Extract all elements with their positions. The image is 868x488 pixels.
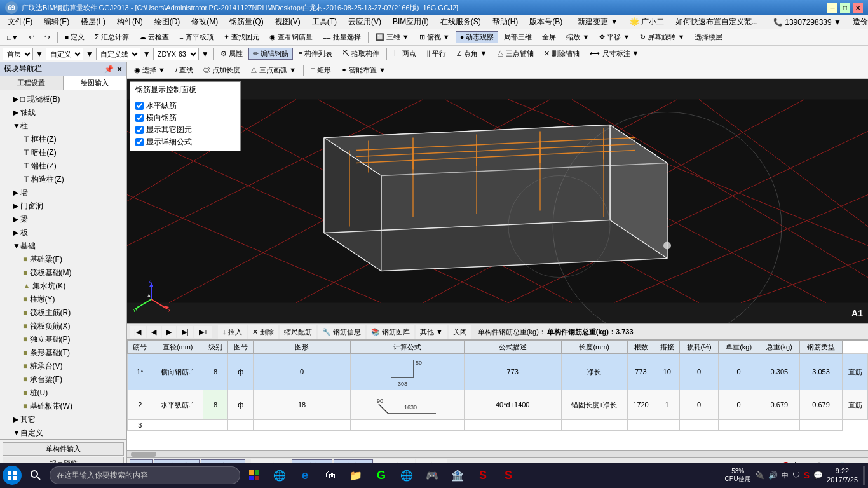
- taskbar-app-s2[interactable]: S: [497, 464, 520, 487]
- nav-prev-btn[interactable]: ◀: [147, 326, 161, 338]
- tree-node-column[interactable]: ▼柱: [3, 119, 124, 133]
- tree-node-wall[interactable]: ▶墙: [3, 186, 124, 200]
- menu-gxe[interactable]: 🌟 广小二: [625, 15, 669, 29]
- tree-node-fnd-strip[interactable]: ■ 基础板带(W): [3, 400, 124, 413]
- three-arc-btn[interactable]: △ 三点画弧 ▼: [246, 64, 301, 76]
- taskbar-search-box[interactable]: 在这里输入你要搜索的内容: [50, 466, 240, 484]
- taskbar-app-globe2[interactable]: 🌐: [395, 464, 418, 487]
- menu-help[interactable]: 帮助(H): [487, 15, 524, 29]
- batch-select-btn[interactable]: ≡≡ 批量选择: [318, 31, 365, 43]
- menu-member[interactable]: 构件(N): [112, 15, 148, 29]
- panel-pin-btn[interactable]: 📌: [104, 65, 114, 74]
- del-aux-btn[interactable]: ✕ 删除辅轴: [539, 48, 584, 60]
- tab-project-settings[interactable]: 工程设置: [0, 76, 64, 90]
- menu-rebar-qty[interactable]: 钢筋量(Q): [224, 15, 268, 29]
- menu-new-change[interactable]: 新建变更 ▼: [573, 15, 623, 29]
- tree-node-cap-beam[interactable]: ■ 承台梁(F): [3, 373, 124, 386]
- check-other-elements[interactable]: 显示其它图元: [135, 124, 235, 136]
- menu-draw[interactable]: 绘图(D): [149, 15, 186, 29]
- line-draw-btn[interactable]: / 直线: [171, 64, 198, 76]
- tray-chat[interactable]: 💬: [813, 471, 823, 480]
- tree-node-foundation[interactable]: ▼基础: [3, 240, 124, 253]
- zdyx-select[interactable]: ZDYX-63: [153, 48, 199, 60]
- menu-help-text[interactable]: 如何快速布置自定义范...: [670, 15, 763, 29]
- tree-node-strip[interactable]: ■ 条形基础(T): [3, 346, 124, 360]
- undo-btn[interactable]: ↩: [24, 32, 39, 43]
- view-rebar-btn[interactable]: ◉ 查看钢筋量: [265, 31, 317, 43]
- rebar-info-btn[interactable]: 🔧 钢筋信息: [318, 325, 365, 339]
- cloud-check-btn[interactable]: ☁ 云检查: [135, 31, 173, 43]
- menu-cloud[interactable]: 云应用(V): [343, 15, 386, 29]
- close-button[interactable]: ✕: [853, 3, 863, 13]
- tray-network[interactable]: 🔌: [755, 471, 764, 480]
- menu-phone[interactable]: 📞 13907298339 ▼: [768, 17, 846, 28]
- check-detail-formula[interactable]: 显示详细公式: [135, 136, 235, 148]
- rect-btn[interactable]: □ 矩形: [306, 64, 336, 76]
- pan-btn[interactable]: ✥ 平移 ▼: [595, 31, 634, 43]
- tree-node-isolated[interactable]: ■ 独立基础(P): [3, 333, 124, 346]
- tray-show-desktop[interactable]: [863, 466, 865, 485]
- single-member-input-btn[interactable]: 单构件输入: [3, 442, 124, 456]
- tree-node-sump[interactable]: ▲ 集水坑(K): [3, 280, 124, 293]
- tree-node-foundation-beam[interactable]: ■ 基础梁(F): [3, 253, 124, 266]
- tab-draw-input[interactable]: 绘图输入: [64, 76, 127, 90]
- floor-select[interactable]: 首层: [3, 48, 33, 60]
- check-horiz-rebar[interactable]: 水平纵筋: [135, 100, 235, 112]
- table-row[interactable]: 2 水平纵筋.1 8 ф 18 90 16: [128, 390, 868, 420]
- tree-node-raft[interactable]: ■ 筏板基础(M): [3, 266, 124, 280]
- tree-node-slab[interactable]: ▶□ 现浇板(B): [3, 93, 124, 106]
- screen-rotate-btn[interactable]: ↻ 屏幕旋转 ▼: [635, 31, 689, 43]
- tree-node-other[interactable]: ▶其它: [3, 413, 124, 426]
- partial-3d-btn[interactable]: 局部三维: [499, 31, 536, 43]
- top-view-btn[interactable]: ⊞ 俯视 ▼: [415, 31, 454, 43]
- menu-version[interactable]: 版本号(B): [524, 15, 567, 29]
- maximize-button[interactable]: □: [840, 3, 850, 13]
- menu-view[interactable]: 视图(V): [270, 15, 306, 29]
- redo-btn[interactable]: ↪: [40, 32, 55, 43]
- find-element-btn[interactable]: ✦ 查找图元: [219, 31, 264, 43]
- taskbar-app-green[interactable]: G: [370, 464, 393, 487]
- nav-first-btn[interactable]: |◀: [130, 326, 146, 338]
- member-list-btn[interactable]: ≡ 构件列表: [294, 48, 337, 60]
- tree-node-hidden-col[interactable]: ⊤ 暗柱(Z): [3, 146, 124, 159]
- tray-ime[interactable]: 中: [782, 471, 789, 480]
- tree-node-end-col[interactable]: ⊤ 端柱(Z): [3, 159, 124, 173]
- minimize-button[interactable]: ─: [827, 3, 837, 13]
- select-floor-btn[interactable]: 选择楼层: [690, 31, 727, 43]
- tree-node-board[interactable]: ▶板: [3, 226, 124, 240]
- tree-node-raft-neg[interactable]: ■ 筏板负筋(X): [3, 320, 124, 333]
- point-length-btn[interactable]: ◎ 点加长度: [199, 64, 245, 76]
- 3d-btn[interactable]: 🔲 三维 ▼: [371, 31, 414, 43]
- scale-config-btn[interactable]: 缩尺配筋: [280, 325, 316, 339]
- menu-bim[interactable]: BIM应用(I): [388, 15, 434, 29]
- properties-btn[interactable]: ⚙ 属性: [216, 48, 247, 60]
- pick-member-btn[interactable]: ⛏ 拾取构件: [338, 48, 384, 60]
- dim-label-btn[interactable]: ⟷ 尺寸标注 ▼: [585, 48, 643, 60]
- nav-next-btn[interactable]: ▶: [162, 326, 176, 338]
- nav-add-btn[interactable]: ▶+: [194, 326, 212, 338]
- menu-cost[interactable]: 造价豆:0: [848, 15, 868, 29]
- taskbar-search-icon[interactable]: [24, 464, 47, 487]
- viewport-3d[interactable]: 钢筋显示控制面板 水平纵筋 横向钢筋 显示其它图元 显示详细公式: [127, 79, 868, 323]
- menu-file[interactable]: 文件(F): [3, 15, 37, 29]
- table-scrollbar[interactable]: [127, 450, 868, 458]
- tree-node-pile[interactable]: ■ 桩(U): [3, 386, 124, 400]
- dynamic-obs-btn[interactable]: ● 动态观察: [456, 31, 499, 43]
- two-point-btn[interactable]: ⊢ 两点: [390, 48, 421, 60]
- tree-node-axis[interactable]: ▶轴线: [3, 106, 124, 119]
- taskbar-app-browser[interactable]: 🌐: [268, 464, 291, 487]
- tree-node-opening[interactable]: ▶门窗洞: [3, 200, 124, 213]
- taskbar-app-blue[interactable]: 🏦: [446, 464, 469, 487]
- menu-tools[interactable]: 工具(T): [307, 15, 342, 29]
- start-button[interactable]: [3, 466, 22, 485]
- menu-modify[interactable]: 修改(M): [186, 15, 223, 29]
- table-row[interactable]: 1* 横向钢筋.1 8 ф 0 50 30: [128, 354, 868, 390]
- menu-floor[interactable]: 楼层(L): [76, 15, 111, 29]
- tree-node-pile-cap[interactable]: ■ 柱墩(Y): [3, 293, 124, 306]
- delete-btn[interactable]: ✕ 删除: [248, 325, 278, 339]
- menu-online[interactable]: 在线服务(S): [435, 15, 486, 29]
- table-row[interactable]: 3: [128, 420, 868, 431]
- tree-node-pile-platform[interactable]: ■ 桩承台(V): [3, 360, 124, 373]
- calc-btn[interactable]: Σ 汇总计算: [90, 31, 133, 43]
- taskbar-app-edge[interactable]: e: [294, 464, 316, 487]
